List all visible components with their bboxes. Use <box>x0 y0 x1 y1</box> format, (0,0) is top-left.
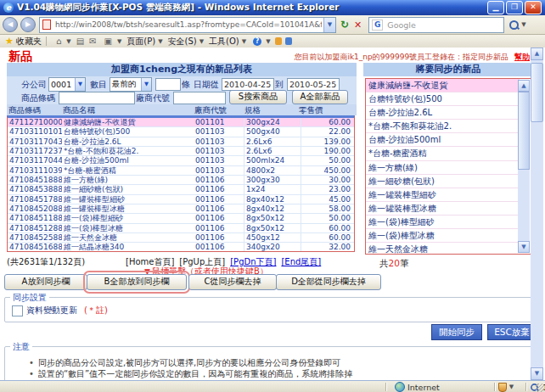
col-price: 零售價 <box>299 104 323 115</box>
sync-list-item[interactable]: *台糖-糖蜜酒精 <box>366 147 520 160</box>
maximize-button[interactable]: ❐ <box>506 1 523 14</box>
security-zone-label: Internet <box>407 383 440 392</box>
addon-icon[interactable] <box>275 37 282 45</box>
search-button[interactable]: ▼ <box>509 20 525 30</box>
table-row[interactable]: 4710845258882維一天然金冰糖001106450gx1260.00 <box>8 233 354 243</box>
cell-price: 23.00 <box>301 185 351 194</box>
date-to-input[interactable] <box>287 78 340 91</box>
home-button[interactable]: ⌂▼ <box>53 36 71 46</box>
scrollbar-thumb[interactable] <box>518 92 530 170</box>
remove-from-sync-button[interactable]: C從同步欄去掉 <box>188 274 277 290</box>
favorites-star-icon[interactable]: ★ <box>5 36 14 47</box>
table-row[interactable]: 4710845178883維一罐裝棒型細砂0011068gx40x1245.00 <box>8 195 354 204</box>
print-button[interactable]: ▣▼ <box>101 36 121 46</box>
product-list-header: 加盟商1cheng之現有的新品列表 <box>7 63 357 76</box>
cell-spec: 8gx40x12 <box>244 195 297 204</box>
table-row[interactable]: 4710311010105台糖特號砂(包)500001103500gx4022.… <box>8 127 354 137</box>
sync-list-item[interactable]: 維一(袋)棒型冰糖 <box>366 229 520 243</box>
table-row[interactable]: 4710845208887維一罐裝棒型冰糖0011068gx40x1258.00 <box>8 204 354 214</box>
forward-button[interactable]: ▶ <box>20 17 36 32</box>
cell-vendor: 001106 <box>195 185 239 194</box>
page-scrollbar[interactable]: ▲ ▼ <box>531 48 543 380</box>
remove-all-from-sync-button[interactable]: D全部從同步欄去掉 <box>276 274 381 290</box>
branch-select[interactable]: 0001▼ <box>48 77 86 92</box>
search-input[interactable] <box>385 20 503 31</box>
sync-list-item[interactable]: 維一罐裝棒型細砂 <box>366 188 520 202</box>
cell-vendor: 001103 <box>195 147 239 156</box>
count-select[interactable]: 最前的▼ <box>110 77 152 92</box>
sync-list-item[interactable]: 台糖特號砂(包)500 <box>366 92 520 106</box>
url-input[interactable] <box>53 20 323 30</box>
sync-list-item[interactable]: 健康減納鹽-不收退貨 <box>366 79 520 92</box>
barcode-input[interactable] <box>59 92 135 104</box>
table-row[interactable]: 4710311723715*台糖-不飽和葵花油2.0011032.6Lx6190… <box>8 147 354 156</box>
favorites-label[interactable]: 收藏夹 <box>16 36 42 48</box>
help-button[interactable]: ?▼ <box>251 37 270 46</box>
table-row[interactable]: 4710845168884維一結晶冰糖340001106340gx2032.00 <box>8 243 354 252</box>
resize-grip[interactable] <box>536 384 544 392</box>
scroll-down-icon[interactable]: ▼ <box>518 241 530 253</box>
filter-area: 分公司 0001▼ 數目 最前的▼ 條 日期從 到 商品條碼 廠商代號 S搜索商… <box>7 76 357 104</box>
cell-price: 60.00 <box>301 118 351 127</box>
data-update-checkbox[interactable] <box>12 305 23 316</box>
scrollbar-thumb[interactable] <box>531 63 543 122</box>
url-box[interactable]: ▼ <box>39 17 336 33</box>
cell-spec: 300gx30 <box>244 176 297 185</box>
table-row[interactable]: 4710845128888維一(袋)棒型冰糖0011068gx50x1260.0… <box>8 224 354 233</box>
table-row[interactable]: 4710845118889維一(袋)棒型細砂0011068gx50x1250.0… <box>8 214 354 223</box>
table-row[interactable]: 4710845388886維一細砂糖(包狀)0011061x2423.00 <box>8 185 354 194</box>
pager-end[interactable]: [End尾頁] <box>281 256 321 268</box>
scroll-up-icon[interactable]: ▲ <box>518 80 530 92</box>
start-sync-button[interactable]: 開始同步 <box>431 324 482 340</box>
url-dropdown-icon[interactable]: ▼ <box>323 18 335 32</box>
chevron-down-icon: ▼ <box>266 38 270 45</box>
count-label: 數目 <box>90 79 107 91</box>
close-button[interactable]: ✕ <box>525 1 542 14</box>
sync-list-item[interactable]: 維一(袋)棒型細砂 <box>366 216 520 229</box>
back-button[interactable]: ◀ <box>3 17 18 32</box>
scroll-up-icon[interactable]: ▲ <box>531 48 543 60</box>
menu-safety[interactable]: 安全(S)▼ <box>168 36 205 48</box>
table-header: 商品條碼 商品名稱 廠商代號 規格 零售價 <box>7 104 357 115</box>
help-link[interactable]: 幫助 <box>514 53 530 61</box>
cell-spec: 500gx40 <box>244 127 297 137</box>
table-row[interactable]: 4710845188882維一方糖(綠)001106300gx3030.00 <box>8 176 354 185</box>
sync-list-item[interactable]: 維一細砂糖(包狀) <box>366 175 520 188</box>
sync-list-item[interactable]: 台糖-沙拉油2.6L <box>366 106 520 120</box>
stop-icon[interactable]: ✕ <box>354 20 362 31</box>
unit-label: 條 <box>182 79 190 91</box>
listbox-scrollbar[interactable]: ▲ ▼ <box>518 80 530 253</box>
cell-barcode: 4710845188882 <box>9 176 62 185</box>
menu-tools[interactable]: 工具(O)▼ <box>209 36 246 48</box>
table-row[interactable]: 4710311704417台糖-沙拉油500ml001103500mlx2450… <box>8 156 354 165</box>
menu-page[interactable]: 頁面(P)▼ <box>126 36 162 48</box>
put-all-to-sync-button[interactable]: B全部放到同步欄 <box>87 274 187 290</box>
table-row[interactable]: 4711271000090健康減納鹽-不收退貨001101300gx2460.0… <box>8 118 354 127</box>
feed-icon[interactable]: ▤ <box>76 36 84 46</box>
esc-cancel-button[interactable]: ESC放棄 <box>487 324 537 340</box>
sync-list-item[interactable]: *台糖-不飽和葵花油2. <box>366 120 520 133</box>
chevron-down-icon: ▼ <box>199 38 204 45</box>
user-info: 您目前以加盟商ik1_np的999999號員工登錄在：指定同步新品 幫助 <box>294 52 530 63</box>
search-box[interactable]: G <box>368 17 504 33</box>
refresh-icon[interactable]: ↻ <box>340 19 349 31</box>
minimize-button[interactable]: ▁ <box>487 1 504 14</box>
sync-list-item[interactable]: 台糖-沙拉油500ml <box>366 133 520 147</box>
all-new-products-button[interactable]: A全部新品 <box>292 90 348 104</box>
sync-list-item[interactable]: 維一方糖(綠) <box>366 161 520 175</box>
cell-name: 維一細砂糖(包狀) <box>64 185 193 194</box>
table-row[interactable]: 4710311103913*台糖-糖蜜酒精0011034800x2450.00 <box>8 166 354 176</box>
addon-icon[interactable] <box>285 37 292 45</box>
count-input[interactable] <box>155 78 181 91</box>
cell-spec: 8gx50x12 <box>244 224 297 233</box>
sync-list-item[interactable]: 維一天然金冰糖 <box>366 243 520 255</box>
chevron-down-icon: ▼ <box>141 78 151 91</box>
table-row[interactable]: 4710311704318台糖-沙拉油2.6L0011032.6Lx6139.0… <box>8 137 354 147</box>
put-to-sync-button[interactable]: A放到同步欄 <box>4 274 87 290</box>
mail-icon[interactable]: ✉ <box>89 36 96 46</box>
date-from-input[interactable] <box>222 78 274 91</box>
vendor-input[interactable] <box>173 92 226 104</box>
sync-list-item[interactable]: 維一罐裝棒型冰糖 <box>366 202 520 216</box>
scroll-down-icon[interactable]: ▼ <box>531 367 543 380</box>
search-products-button[interactable]: S搜索商品 <box>229 90 287 104</box>
